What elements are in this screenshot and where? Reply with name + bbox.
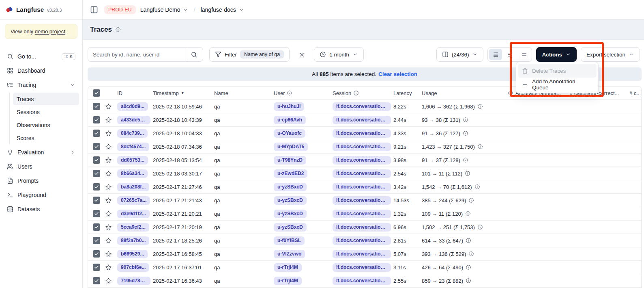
table-row[interactable]: d3e9d1f2...2025-02-17 21:20:21qau-yzSBxc… bbox=[88, 207, 641, 221]
sidebar-item-goto[interactable]: Go to... ⌘ K bbox=[3, 50, 79, 63]
session-badge[interactable]: lf.docs.conversation... bbox=[333, 169, 391, 178]
table-row[interactable]: 7195d78e...2025-02-17 16:36:43qau-rTrjI4… bbox=[88, 274, 641, 288]
trace-id-badge[interactable]: a433de51... bbox=[117, 116, 150, 124]
star-icon[interactable] bbox=[105, 197, 112, 204]
sidebar-item-scores[interactable]: Scores bbox=[13, 132, 79, 144]
column-header-name[interactable]: Name bbox=[214, 90, 274, 96]
search-submit-button[interactable] bbox=[185, 48, 203, 61]
user-badge[interactable]: u-MYpDAT5 bbox=[274, 143, 308, 151]
row-checkbox[interactable] bbox=[93, 197, 100, 204]
user-badge[interactable]: u-yzSBxcD bbox=[274, 183, 307, 191]
sidebar-item-tracing[interactable]: Tracing bbox=[3, 78, 79, 91]
sidebar-item-playground[interactable]: Playground bbox=[3, 188, 79, 201]
row-checkbox[interactable] bbox=[93, 103, 100, 110]
demo-project-link[interactable]: demo project bbox=[35, 28, 65, 35]
table-row[interactable]: 907cbf6e...2025-02-17 16:37:01qau-rTrjI4… bbox=[88, 261, 641, 274]
sidebar-item-evaluation[interactable]: Evaluation bbox=[3, 146, 79, 159]
star-icon[interactable] bbox=[105, 143, 112, 150]
user-badge[interactable]: u-yzSBxcD bbox=[274, 196, 307, 205]
star-icon[interactable] bbox=[105, 251, 112, 258]
sidebar-item-sessions[interactable]: Sessions bbox=[13, 106, 79, 118]
user-badge[interactable]: u-cp66Avh bbox=[274, 116, 306, 124]
session-badge[interactable]: lf.docs.conversation... bbox=[333, 183, 391, 191]
column-header-timestamp[interactable]: Timestamp▼ bbox=[153, 90, 214, 96]
row-checkbox[interactable] bbox=[93, 130, 100, 137]
trace-id-badge[interactable]: 5cca9cf2... bbox=[117, 223, 149, 232]
row-checkbox[interactable] bbox=[93, 210, 100, 217]
trace-id-badge[interactable]: 88f2a7b0... bbox=[117, 236, 149, 245]
table-row[interactable]: 8dcf4574...2025-02-18 07:34:36qau-MYpDAT… bbox=[88, 140, 641, 154]
session-badge[interactable]: lf.docs.conversation... bbox=[333, 143, 391, 151]
star-icon[interactable] bbox=[105, 103, 112, 110]
sidebar-item-datasets[interactable]: Datasets bbox=[3, 203, 79, 216]
clear-selection-link[interactable]: Clear selection bbox=[378, 71, 417, 77]
trace-id-badge[interactable]: b669529... bbox=[117, 250, 148, 258]
user-badge[interactable]: u-T98YnzD bbox=[274, 156, 306, 165]
row-height-large-button[interactable] bbox=[517, 49, 530, 60]
user-badge[interactable]: u-rTrjI4M bbox=[274, 263, 302, 272]
user-badge[interactable]: u-OYauofc bbox=[274, 129, 305, 138]
menu-item-delete-traces[interactable]: Delete Traces bbox=[518, 64, 597, 78]
trace-id-badge[interactable]: d3e9d1f2... bbox=[117, 210, 150, 218]
info-icon[interactable] bbox=[115, 27, 121, 32]
user-badge[interactable]: u-yzSBxcD bbox=[274, 210, 307, 218]
session-badge[interactable]: lf.docs.conversation... bbox=[333, 277, 391, 285]
star-icon[interactable] bbox=[105, 170, 112, 177]
row-height-medium-button[interactable] bbox=[503, 49, 516, 60]
clear-filter-button[interactable] bbox=[296, 48, 308, 61]
trace-id-badge[interactable]: dd05753... bbox=[117, 156, 148, 165]
table-row[interactable]: 88f2a7b0...2025-02-17 18:25:26qau-f0YfBS… bbox=[88, 234, 641, 247]
column-header-latency[interactable]: Latency bbox=[393, 90, 422, 96]
row-checkbox[interactable] bbox=[93, 116, 100, 123]
trace-id-badge[interactable]: 084c739... bbox=[117, 129, 148, 138]
row-checkbox[interactable] bbox=[93, 277, 100, 284]
table-row[interactable]: ba8a208f...2025-02-17 21:27:46qau-yzSBxc… bbox=[88, 180, 641, 194]
column-header-extra[interactable]: # c... bbox=[629, 90, 641, 96]
star-icon[interactable] bbox=[105, 157, 112, 164]
filter-button[interactable]: Filter Name any of qa bbox=[209, 47, 290, 62]
user-badge[interactable]: u-rTrjI4M bbox=[274, 277, 302, 285]
table-row[interactable]: 5cca9cf2...2025-02-17 21:20:19qau-yzSBxc… bbox=[88, 221, 641, 234]
user-badge[interactable]: u-huJhuJi bbox=[274, 102, 304, 111]
column-header-session[interactable]: Session bbox=[333, 90, 393, 96]
session-badge[interactable]: lf.docs.conversation... bbox=[333, 236, 391, 245]
row-checkbox[interactable] bbox=[93, 250, 100, 258]
sidebar-toggle-button[interactable] bbox=[88, 4, 100, 15]
table-row[interactable]: 8b66a34...2025-02-18 03:30:17qau-zEwdED2… bbox=[88, 167, 641, 180]
time-range-select[interactable]: 1 month bbox=[314, 47, 364, 62]
sidebar-item-dashboard[interactable]: Dashboard bbox=[3, 64, 79, 77]
column-header-id[interactable]: ID bbox=[117, 90, 153, 96]
menu-item-add-to-annotation-queue[interactable]: Add to Annotation Queue bbox=[518, 78, 597, 91]
session-badge[interactable]: lf.docs.conversation... bbox=[333, 116, 391, 124]
star-icon[interactable] bbox=[105, 237, 112, 244]
trace-id-badge[interactable]: 8b66a34... bbox=[117, 169, 148, 178]
org-switcher[interactable]: Langfuse Demo bbox=[140, 6, 189, 13]
trace-id-badge[interactable]: 8dcf4574... bbox=[117, 143, 149, 151]
table-row[interactable]: dd05753...2025-02-18 05:13:54qau-T98YnzD… bbox=[88, 154, 641, 167]
table-row[interactable]: a0cd0d9...2025-02-18 10:59:46qau-huJhuJi… bbox=[88, 100, 641, 113]
star-icon[interactable] bbox=[105, 224, 112, 231]
project-switcher[interactable]: langfuse-docs bbox=[201, 6, 244, 13]
row-checkbox[interactable] bbox=[93, 156, 100, 164]
table-row[interactable]: 084c739...2025-02-18 10:04:33qau-OYauofc… bbox=[88, 127, 641, 140]
session-badge[interactable]: lf.docs.conversation... bbox=[333, 210, 391, 218]
user-badge[interactable]: u-zEwdED2 bbox=[274, 169, 307, 178]
table-row[interactable]: 07265c7a...2025-02-17 21:21:43qau-yzSBxc… bbox=[88, 194, 641, 207]
row-checkbox[interactable] bbox=[93, 237, 100, 244]
user-badge[interactable]: u-VIZzvwo bbox=[274, 250, 305, 258]
column-header-user[interactable]: User bbox=[274, 90, 333, 96]
row-checkbox[interactable] bbox=[93, 183, 100, 191]
session-badge[interactable]: lf.docs.conversation... bbox=[333, 129, 391, 138]
user-badge[interactable]: u-f0YfBSL bbox=[274, 236, 305, 245]
trace-id-badge[interactable]: 907cbf6e... bbox=[117, 263, 149, 272]
search-input[interactable] bbox=[88, 52, 185, 58]
sidebar-item-users[interactable]: Users bbox=[3, 160, 79, 173]
session-badge[interactable]: lf.docs.conversation... bbox=[333, 196, 391, 205]
star-icon[interactable] bbox=[105, 117, 112, 123]
star-icon[interactable] bbox=[105, 210, 112, 217]
star-icon[interactable] bbox=[105, 277, 112, 284]
trace-id-badge[interactable]: a0cd0d9... bbox=[117, 102, 148, 111]
export-selection-button[interactable]: Export selection bbox=[581, 47, 640, 62]
table-row[interactable]: a433de51...2025-02-18 10:43:39qau-cp66Av… bbox=[88, 113, 641, 127]
row-checkbox[interactable] bbox=[93, 223, 100, 231]
